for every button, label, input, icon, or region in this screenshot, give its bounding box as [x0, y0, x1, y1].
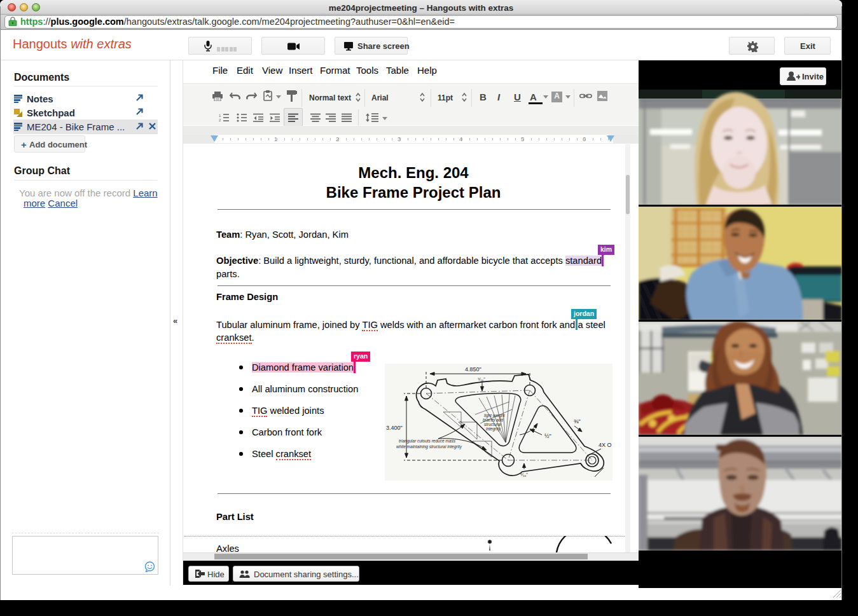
svg-text:1: 1: [219, 114, 221, 118]
svg-text:½": ½": [544, 433, 551, 439]
svg-text:4X O: 4X O: [599, 442, 612, 448]
svg-text:while maintaining structural i: while maintaining structural integrity: [396, 444, 462, 449]
svg-text:structural: structural: [484, 422, 501, 427]
svg-text:triangular cutouts reduce mass: triangular cutouts reduce mass: [399, 439, 456, 444]
svg-text:integrity: integrity: [486, 427, 501, 432]
svg-text:2: 2: [219, 118, 221, 122]
svg-text:4.850": 4.850": [465, 366, 481, 373]
svg-text:braces add: braces add: [483, 418, 504, 422]
svg-text:⁵⁄₁₆": ⁵⁄₁₆": [520, 472, 528, 477]
svg-text:⅜": ⅜": [574, 418, 581, 425]
svg-text:⁹⁄₁₆": ⁹⁄₁₆": [478, 377, 485, 381]
svg-text:3.400": 3.400": [386, 425, 403, 431]
